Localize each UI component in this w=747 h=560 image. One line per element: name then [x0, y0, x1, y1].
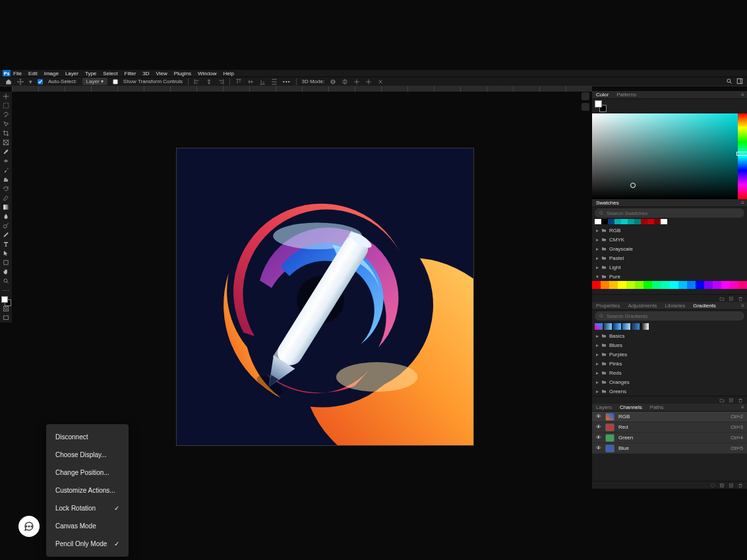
- swatch[interactable]: [713, 281, 721, 289]
- healing-brush-tool[interactable]: [0, 156, 12, 166]
- gradient-thumb[interactable]: [632, 323, 640, 330]
- hue-slider[interactable]: [738, 113, 747, 199]
- swatch[interactable]: [643, 281, 652, 289]
- tab-patterns[interactable]: Patterns: [616, 92, 636, 98]
- swatch[interactable]: [618, 281, 626, 289]
- canvas[interactable]: [176, 148, 474, 446]
- menu-window[interactable]: Window: [198, 71, 216, 77]
- swatch[interactable]: [654, 219, 661, 224]
- align-center-h-icon[interactable]: [206, 78, 212, 85]
- gradient-thumb[interactable]: [613, 323, 621, 330]
- swatch[interactable]: [670, 281, 678, 289]
- gradient-folder-greens[interactable]: ▸Greens: [592, 387, 747, 396]
- swatches-search[interactable]: [595, 208, 744, 218]
- eyedropper-tool[interactable]: [0, 147, 12, 156]
- swatch-folder-pure[interactable]: ▾Pure: [592, 272, 747, 281]
- swatch[interactable]: [721, 281, 730, 289]
- menu-item-canvas-mode[interactable]: Canvas Mode: [46, 517, 129, 535]
- swatch[interactable]: [704, 281, 713, 289]
- menu-item-disconnect[interactable]: Disconnect: [46, 428, 129, 446]
- saturation-value-field[interactable]: [592, 113, 738, 199]
- swatch[interactable]: [595, 219, 601, 224]
- move-tool[interactable]: [0, 92, 12, 101]
- trash-icon[interactable]: [738, 398, 743, 403]
- align-bottom-icon[interactable]: [259, 78, 266, 85]
- roll-3d-icon[interactable]: [342, 78, 348, 85]
- frame-tool[interactable]: [0, 138, 12, 147]
- swatch[interactable]: [628, 219, 634, 224]
- edit-toolbar[interactable]: ⋯: [0, 286, 12, 295]
- quick-select-tool[interactable]: [0, 119, 12, 129]
- save-selection-icon[interactable]: [719, 483, 725, 488]
- gradients-search[interactable]: [595, 311, 744, 321]
- collapsed-tab-2[interactable]: [582, 103, 589, 111]
- swatch[interactable]: [601, 219, 608, 224]
- tab-channels[interactable]: Channels: [620, 404, 642, 410]
- gradient-folder-oranges[interactable]: ▸Oranges: [592, 377, 747, 387]
- gradient-thumb[interactable]: [604, 323, 612, 330]
- gradient-thumb[interactable]: [595, 323, 603, 330]
- dodge-tool[interactable]: [0, 221, 12, 230]
- swatch[interactable]: [614, 219, 621, 224]
- menu-layer[interactable]: Layer: [65, 71, 78, 77]
- swatch[interactable]: [621, 219, 628, 224]
- align-right-icon[interactable]: [218, 78, 224, 85]
- trash-icon[interactable]: [738, 296, 743, 301]
- visibility-icon[interactable]: 👁: [596, 424, 603, 430]
- pen-tool[interactable]: [0, 230, 12, 239]
- swatch[interactable]: [652, 281, 661, 289]
- more-icon[interactable]: •••: [283, 78, 290, 84]
- tab-swatches[interactable]: Swatches: [596, 200, 619, 206]
- swatch-folder-light[interactable]: ▸Light: [592, 263, 747, 272]
- swatch[interactable]: [661, 219, 667, 224]
- home-icon[interactable]: [5, 78, 12, 85]
- zoom-tool[interactable]: [0, 276, 12, 286]
- swatch[interactable]: [687, 281, 696, 289]
- auto-select-checkbox[interactable]: [38, 79, 43, 84]
- crop-tool[interactable]: [0, 129, 12, 138]
- load-selection-icon[interactable]: [710, 483, 715, 488]
- swatch-folder-grayscale[interactable]: ▸Grayscale: [592, 244, 747, 253]
- gradient-thumb[interactable]: [641, 323, 649, 330]
- swatch[interactable]: [635, 281, 643, 289]
- shape-tool[interactable]: [0, 258, 12, 267]
- menu-edit[interactable]: Edit: [28, 71, 38, 77]
- chat-fab[interactable]: [18, 516, 40, 537]
- move-tool-icon[interactable]: [17, 78, 24, 85]
- slide-3d-icon[interactable]: [365, 78, 372, 85]
- menu-filter[interactable]: Filter: [125, 71, 136, 77]
- new-folder-icon[interactable]: [719, 398, 725, 403]
- swatch[interactable]: [647, 219, 654, 224]
- color-picker[interactable]: [592, 113, 747, 199]
- channel-rgb[interactable]: 👁RGBCtrl+2: [592, 412, 747, 422]
- screen-mode-tool[interactable]: [0, 313, 12, 323]
- swatch[interactable]: [738, 281, 747, 289]
- gradients-search-input[interactable]: [607, 313, 740, 319]
- align-left-icon[interactable]: [194, 78, 200, 85]
- swatch-folder-pastel[interactable]: ▸Pastel: [592, 253, 747, 263]
- new-swatch-icon[interactable]: [729, 296, 734, 301]
- path-select-tool[interactable]: [0, 249, 12, 258]
- align-middle-icon[interactable]: [247, 78, 254, 85]
- tab-adjustments[interactable]: Adjustments: [628, 303, 657, 309]
- align-top-icon[interactable]: [235, 78, 242, 85]
- swatch-folder-rgb[interactable]: ▸RGB: [592, 226, 747, 235]
- blur-tool[interactable]: [0, 212, 12, 221]
- pan-3d-icon[interactable]: [353, 78, 360, 85]
- eraser-tool[interactable]: [0, 193, 12, 202]
- show-transform-checkbox[interactable]: [113, 79, 118, 84]
- tab-gradients[interactable]: Gradients: [693, 303, 716, 309]
- menu-item-pencil-only-mode[interactable]: Pencil Only Mode✓: [46, 535, 129, 553]
- color-fg-bg-swatch[interactable]: [595, 100, 607, 112]
- panel-menu-icon[interactable]: ≡: [741, 404, 744, 410]
- clone-stamp-tool[interactable]: [0, 175, 12, 184]
- distribute-icon[interactable]: [271, 78, 278, 85]
- collapsed-tab-1[interactable]: [582, 92, 589, 100]
- gradient-folder-reds[interactable]: ▸Reds: [592, 368, 747, 377]
- swatch[interactable]: [696, 281, 704, 289]
- swatches-search-input[interactable]: [607, 210, 740, 216]
- gradient-folder-pinks[interactable]: ▸Pinks: [592, 359, 747, 368]
- search-icon[interactable]: [726, 78, 732, 84]
- new-gradient-icon[interactable]: [729, 398, 734, 403]
- channel-blue[interactable]: 👁BlueCtrl+5: [592, 443, 747, 454]
